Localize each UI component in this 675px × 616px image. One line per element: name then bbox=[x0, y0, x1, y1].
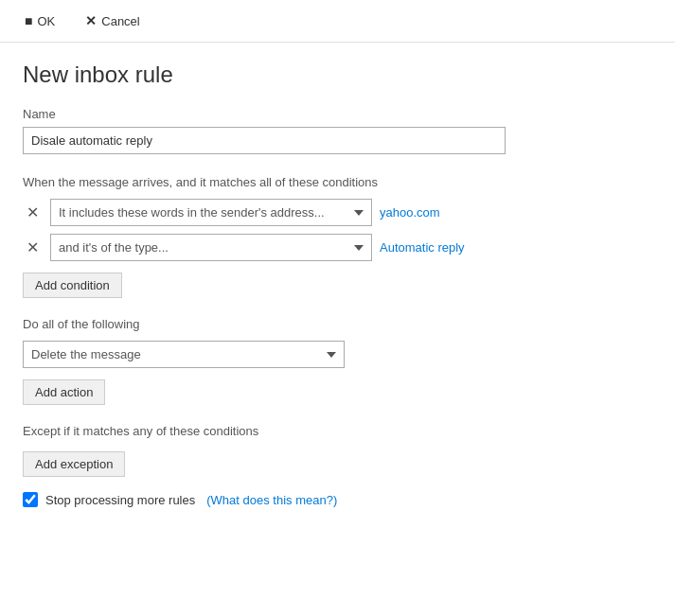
page-title: New inbox rule bbox=[23, 62, 652, 88]
action-1-select[interactable]: Delete the message Move to folder... Cop… bbox=[23, 341, 345, 368]
name-field-container: Name bbox=[23, 107, 652, 154]
name-input[interactable] bbox=[23, 127, 506, 154]
actions-section: Do all of the following Delete the messa… bbox=[23, 317, 652, 405]
actions-section-label: Do all of the following bbox=[23, 317, 652, 331]
stop-processing-checkbox[interactable] bbox=[23, 492, 38, 507]
toolbar: ■ OK ✕ Cancel bbox=[0, 0, 675, 43]
what-does-this-mean-link[interactable]: (What does this mean?) bbox=[206, 493, 337, 507]
remove-condition-1-button[interactable]: ✕ bbox=[23, 205, 43, 220]
ok-button[interactable]: ■ OK bbox=[19, 9, 61, 32]
exceptions-section: Except if it matches any of these condit… bbox=[23, 424, 652, 477]
main-content: New inbox rule Name When the message arr… bbox=[0, 43, 675, 526]
add-condition-button[interactable]: Add condition bbox=[23, 273, 122, 298]
save-icon: ■ bbox=[25, 13, 32, 28]
ok-label: OK bbox=[37, 14, 55, 28]
condition-row-1: ✕ It includes these words in the sender'… bbox=[23, 199, 652, 226]
remove-condition-2-button[interactable]: ✕ bbox=[23, 240, 43, 255]
conditions-container: ✕ It includes these words in the sender'… bbox=[23, 199, 652, 298]
condition-row-2: ✕ and it's of the type... It includes th… bbox=[23, 234, 652, 261]
exceptions-section-label: Except if it matches any of these condit… bbox=[23, 424, 652, 438]
condition-1-value[interactable]: yahoo.com bbox=[380, 205, 440, 220]
cancel-x-icon: ✕ bbox=[85, 13, 97, 28]
stop-processing-label: Stop processing more rules bbox=[45, 493, 195, 507]
add-exception-button[interactable]: Add exception bbox=[23, 451, 125, 477]
action-row-1: Delete the message Move to folder... Cop… bbox=[23, 341, 652, 368]
stop-processing-container: Stop processing more rules (What does th… bbox=[23, 492, 652, 507]
add-action-button[interactable]: Add action bbox=[23, 379, 105, 405]
condition-1-select[interactable]: It includes these words in the sender's … bbox=[50, 199, 372, 226]
cancel-button[interactable]: ✕ Cancel bbox=[80, 9, 145, 32]
condition-2-value[interactable]: Automatic reply bbox=[380, 240, 465, 255]
name-label: Name bbox=[23, 107, 652, 121]
conditions-section-label: When the message arrives, and it matches… bbox=[23, 175, 652, 189]
condition-2-select[interactable]: and it's of the type... It includes thes… bbox=[50, 234, 372, 261]
cancel-label: Cancel bbox=[101, 14, 139, 28]
